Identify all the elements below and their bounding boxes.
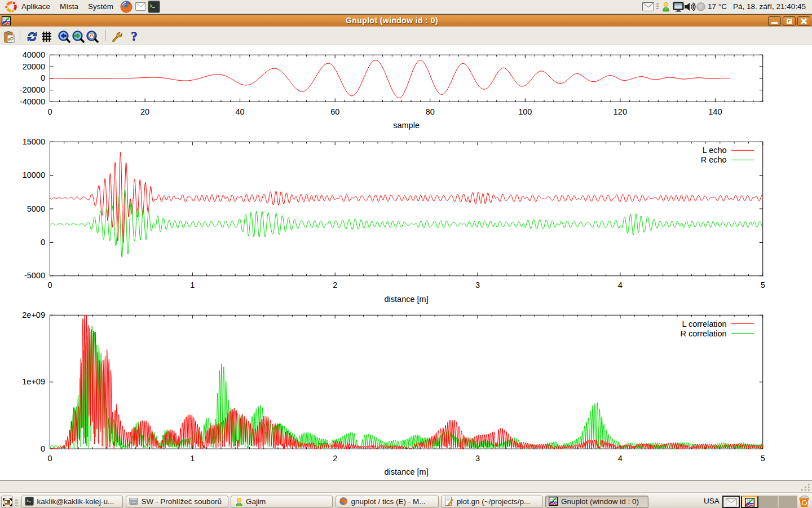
- svg-text:140: 140: [708, 107, 722, 116]
- svg-text:2e+09: 2e+09: [22, 310, 45, 319]
- svg-text:-5000: -5000: [24, 271, 45, 280]
- svg-text:2: 2: [333, 281, 337, 290]
- svg-text:80: 80: [426, 107, 435, 116]
- svg-text:3: 3: [475, 454, 480, 463]
- svg-text:-20000: -20000: [20, 85, 45, 94]
- svg-text:0: 0: [47, 281, 52, 290]
- svg-text:0: 0: [47, 107, 52, 116]
- svg-text:40: 40: [236, 107, 245, 116]
- svg-text:4: 4: [618, 454, 623, 463]
- svg-text:60: 60: [330, 107, 339, 116]
- svg-text:0: 0: [41, 73, 45, 82]
- svg-text:1e+09: 1e+09: [22, 377, 45, 386]
- svg-text:15000: 15000: [23, 137, 45, 146]
- svg-text:5: 5: [761, 281, 765, 290]
- svg-text:20000: 20000: [23, 62, 45, 71]
- svg-text:0: 0: [41, 444, 45, 453]
- svg-text:1: 1: [190, 454, 195, 463]
- svg-text:0: 0: [41, 238, 45, 247]
- svg-text:120: 120: [614, 107, 627, 116]
- svg-text:4: 4: [618, 281, 623, 290]
- svg-text:100: 100: [518, 107, 532, 116]
- svg-text:0: 0: [47, 454, 52, 463]
- svg-text:40000: 40000: [23, 50, 45, 59]
- svg-text:2: 2: [333, 454, 337, 463]
- svg-text:20: 20: [140, 107, 149, 116]
- svg-text:distance [m]: distance [m]: [385, 467, 429, 476]
- svg-text:sample: sample: [393, 121, 420, 130]
- svg-text:10000: 10000: [23, 170, 45, 179]
- svg-text:-40000: -40000: [20, 97, 45, 106]
- svg-text:3: 3: [475, 281, 480, 290]
- svg-text:R echo: R echo: [701, 155, 727, 164]
- svg-text:L correlation: L correlation: [682, 319, 726, 329]
- svg-text:5000: 5000: [27, 204, 45, 213]
- svg-text:R correlation: R correlation: [680, 329, 726, 338]
- svg-text:distance [m]: distance [m]: [385, 295, 429, 304]
- svg-text:5: 5: [761, 454, 765, 463]
- svg-text:L echo: L echo: [703, 146, 727, 155]
- svg-text:1: 1: [190, 281, 195, 290]
